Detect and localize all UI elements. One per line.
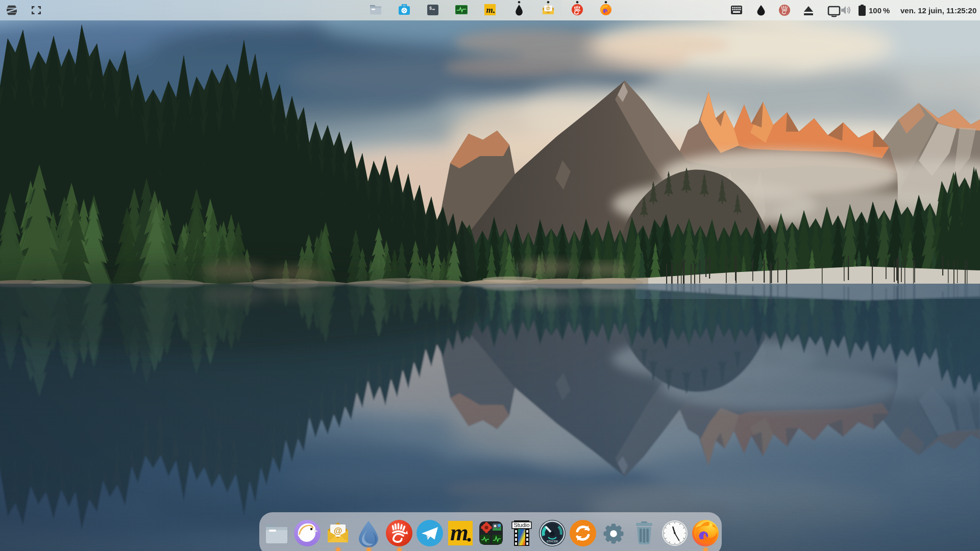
svg-text:m: m — [450, 519, 469, 545]
svg-text:$: $ — [429, 6, 432, 11]
svg-text:STACER: STACER — [547, 540, 558, 543]
svg-text:m: m — [486, 5, 493, 15]
svg-text:@: @ — [546, 6, 550, 11]
svg-text:Studio: Studio — [513, 522, 529, 528]
svg-text:@: @ — [334, 526, 342, 536]
